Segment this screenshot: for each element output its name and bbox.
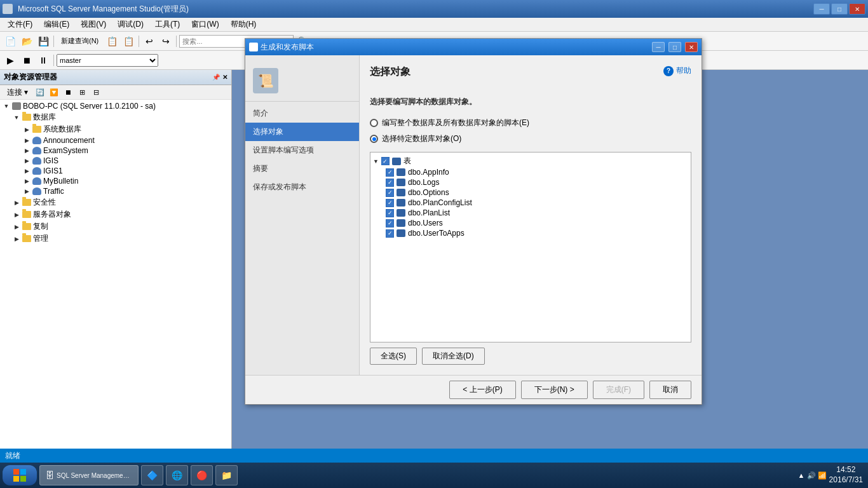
management-node[interactable]: ▶ 管理 — [11, 233, 230, 245]
collapse-button[interactable]: ⊟ — [90, 86, 102, 98]
toolbar2-btn3[interactable]: ⏸ — [36, 53, 51, 67]
radio-specific-circle[interactable] — [370, 135, 378, 143]
nav-select-objects[interactable]: 选择对象 — [245, 123, 359, 141]
connect-button[interactable]: 连接 ▾ — [3, 86, 32, 98]
db-mybulletin[interactable]: ▶ MyBulletin — [22, 176, 230, 186]
toggle-mybulletin[interactable]: ▶ — [22, 178, 32, 184]
radio-all-item[interactable]: 编写整个数据库及所有数据库对象的脚本(E) — [370, 118, 691, 128]
deselect-all-button[interactable]: 取消全选(D) — [422, 348, 485, 365]
db-announcement[interactable]: ▶ Announcement — [22, 135, 230, 146]
menu-help[interactable]: 帮助(H) — [226, 18, 262, 31]
toggle-igis1[interactable]: ▶ — [22, 168, 32, 174]
db-traffic[interactable]: ▶ Traffic — [22, 186, 230, 196]
nav-save-publish[interactable]: 保存或发布脚本 — [245, 178, 359, 196]
start-button[interactable] — [3, 465, 37, 485]
next-button[interactable]: 下一步(N) > — [521, 381, 588, 399]
expand-button[interactable]: ⊞ — [76, 86, 88, 98]
clock-display[interactable]: 14:52 2016/7/31 — [829, 465, 863, 485]
server-objects-toggle[interactable]: ▶ — [11, 212, 22, 218]
dialog-close[interactable]: ✕ — [685, 42, 698, 52]
restore-button[interactable]: □ — [831, 3, 848, 15]
server-node[interactable]: ▼ BOBO-PC (SQL Server 11.0.2100 - sa) — [1, 101, 230, 111]
toolbar2-btn2[interactable]: ⏹ — [19, 53, 34, 67]
dialog-minimize[interactable]: ─ — [652, 42, 665, 52]
system-dbs-toggle[interactable]: ▶ — [22, 126, 32, 133]
menu-debug[interactable]: 调试(D) — [112, 18, 149, 31]
check-users[interactable] — [386, 219, 394, 227]
nav-summary[interactable]: 摘要 — [245, 159, 359, 178]
toolbar-redo[interactable]: ↪ — [158, 34, 173, 48]
databases-node[interactable]: ▼ 数据库 — [11, 111, 230, 123]
check-planlist[interactable] — [386, 209, 394, 217]
prev-button[interactable]: < 上一步(P) — [449, 381, 515, 399]
panel-close[interactable]: ✕ — [222, 74, 227, 81]
toolbar-undo[interactable]: ↩ — [142, 34, 157, 48]
radio-specific-item[interactable]: 选择特定数据库对象(O) — [370, 133, 691, 144]
toggle-igis[interactable]: ▶ — [22, 158, 32, 164]
toggle-examsystem[interactable]: ▶ — [22, 147, 32, 154]
taskbar-item-4[interactable]: 🔴 — [191, 465, 213, 485]
management-toggle[interactable]: ▶ — [11, 236, 22, 242]
select-buttons-row: 全选(S) 取消全选(D) — [370, 348, 691, 365]
server-objects-node[interactable]: ▶ 服务器对象 — [11, 208, 230, 220]
select-all-button[interactable]: 全选(S) — [370, 348, 417, 365]
refresh-button[interactable]: 🔄 — [34, 86, 46, 98]
check-options[interactable] — [386, 189, 394, 197]
taskbar-item-2[interactable]: 🔷 — [141, 465, 163, 485]
nav-set-options[interactable]: 设置脚本编写选项 — [245, 141, 359, 159]
replication-toggle[interactable]: ▶ — [11, 224, 22, 230]
db-examsystem[interactable]: ▶ ExamSystem — [22, 146, 230, 156]
menu-edit[interactable]: 编辑(E) — [39, 18, 74, 31]
security-toggle[interactable]: ▶ — [11, 200, 22, 206]
panel-pin[interactable]: 📌 — [212, 74, 220, 81]
menu-view[interactable]: 视图(V) — [76, 18, 111, 31]
nav-intro[interactable]: 简介 — [245, 104, 359, 123]
databases-toggle[interactable]: ▼ — [11, 114, 22, 121]
check-planconfiglist[interactable] — [386, 199, 394, 207]
radio-all-circle[interactable] — [370, 119, 378, 127]
taskbar-ssms[interactable]: 🗄 SQL Server Management Studio — [39, 465, 139, 485]
obj-options[interactable]: dbo.Options — [386, 187, 688, 198]
obj-planlist[interactable]: dbo.PlanList — [386, 208, 688, 218]
toolbar-btn2[interactable]: 📋 — [104, 34, 119, 48]
obj-planconfiglist[interactable]: dbo.PlanConfigList — [386, 198, 688, 208]
toolbar-new[interactable]: 📄 — [3, 34, 18, 48]
toggle-announcement[interactable]: ▶ — [22, 137, 32, 144]
obj-root-check[interactable] — [381, 157, 390, 165]
toolbar-open[interactable]: 📂 — [19, 34, 34, 48]
obj-logs[interactable]: dbo.Logs — [386, 177, 688, 187]
toolbar2-btn1[interactable]: ▶ — [3, 53, 18, 67]
stop-button[interactable]: ⏹ — [62, 86, 74, 98]
finish-button[interactable]: 完成(F) — [593, 381, 644, 399]
server-toggle[interactable]: ▼ — [1, 103, 11, 109]
security-node[interactable]: ▶ 安全性 — [11, 196, 230, 208]
toolbar-save[interactable]: 💾 — [36, 34, 51, 48]
menu-window[interactable]: 窗口(W) — [186, 18, 224, 31]
check-appinfo[interactable] — [386, 168, 394, 177]
obj-users[interactable]: dbo.Users — [386, 218, 688, 228]
obj-root-toggle[interactable]: ▼ — [373, 158, 379, 165]
cancel-button[interactable]: 取消 — [649, 381, 691, 399]
close-button[interactable]: ✕ — [849, 3, 865, 15]
system-dbs-node[interactable]: ▶ 系统数据库 — [22, 123, 230, 135]
check-usertoapps[interactable] — [386, 229, 394, 238]
filter-button[interactable]: 🔽 — [48, 86, 60, 98]
db-igis1[interactable]: ▶ IGIS1 — [22, 166, 230, 176]
help-link[interactable]: ? 帮助 — [663, 65, 691, 76]
toggle-traffic[interactable]: ▶ — [22, 188, 32, 194]
toolbar-new-query[interactable]: 新建查询(N) — [57, 34, 103, 48]
taskbar-item-3[interactable]: 🌐 — [166, 465, 188, 485]
db-igis[interactable]: ▶ IGIS — [22, 156, 230, 166]
menu-tools[interactable]: 工具(T) — [150, 18, 185, 31]
obj-usertoapps[interactable]: dbo.UserToApps — [386, 228, 688, 238]
check-logs[interactable] — [386, 179, 394, 187]
obj-appinfo[interactable]: dbo.AppInfo — [386, 167, 688, 177]
obj-root-item[interactable]: ▼ 表 — [373, 155, 688, 167]
replication-node[interactable]: ▶ 复制 — [11, 220, 230, 233]
taskbar-item-5[interactable]: 📁 — [215, 465, 238, 485]
database-selector[interactable]: master — [57, 54, 158, 67]
minimize-button[interactable]: ─ — [813, 3, 830, 15]
dialog-restore[interactable]: □ — [668, 42, 681, 52]
toolbar-btn3[interactable]: 📋 — [121, 34, 136, 48]
menu-file[interactable]: 文件(F) — [3, 18, 37, 31]
